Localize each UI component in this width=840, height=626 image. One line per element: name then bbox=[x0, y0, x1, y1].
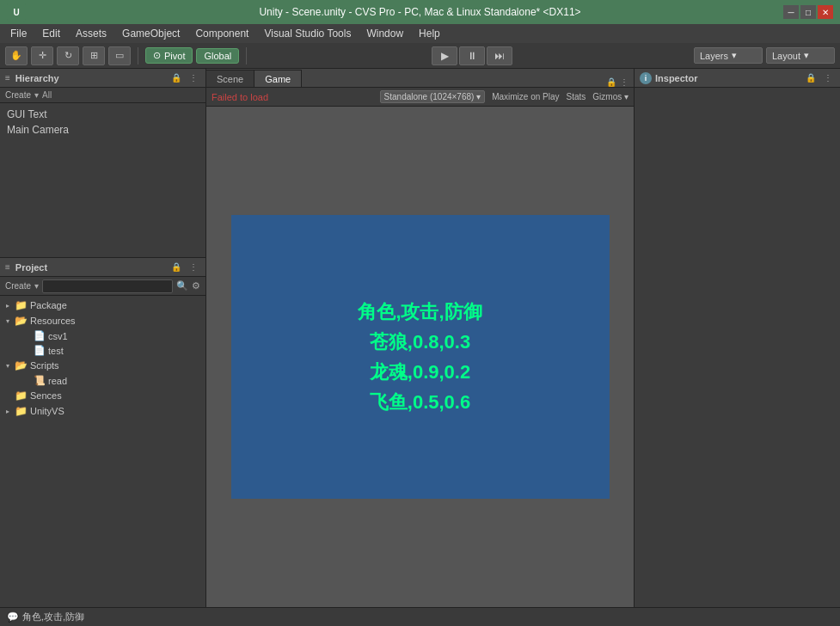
hierarchy-item-guitext[interactable]: GUI Text bbox=[3, 107, 202, 122]
tree-item-unityvs[interactable]: ▸ 📁 UnityVS bbox=[0, 403, 205, 419]
tree-item-csv1[interactable]: 📄 csv1 bbox=[0, 328, 205, 343]
minimize-button[interactable]: ─ bbox=[783, 5, 799, 19]
rotate-tool-button[interactable]: ↻ bbox=[57, 46, 79, 65]
tree-item-read[interactable]: 📜 read bbox=[0, 373, 205, 388]
view-tab-controls: 🔒 ⋮ bbox=[601, 77, 634, 87]
toolbar: ✋ ✛ ↻ ⊞ ▭ ⊙ Pivot Global ▶ ⏸ ⏭ Layers ▾ … bbox=[0, 43, 840, 69]
main-area: ≡ Hierarchy 🔒 ⋮ Create ▾ All GUI Text Ma… bbox=[0, 69, 840, 607]
test-label: test bbox=[48, 346, 64, 356]
game-line4: 飞鱼,0.5,0.6 bbox=[358, 387, 481, 417]
rect-tool-button[interactable]: ▭ bbox=[108, 46, 131, 65]
global-button[interactable]: Global bbox=[196, 48, 239, 64]
project-create-button[interactable]: Create bbox=[5, 281, 31, 291]
project-title: Project bbox=[15, 262, 47, 273]
hierarchy-item-maincamera[interactable]: Main Camera bbox=[3, 122, 202, 138]
project-tree: ▸ 📁 Package ▾ 📂 Resources 📄 csv1 bbox=[0, 296, 205, 607]
hierarchy-lock-icon[interactable]: 🔒 bbox=[169, 71, 183, 85]
play-controls: ▶ ⏸ ⏭ bbox=[432, 46, 512, 65]
game-toolbar: Failed to load Standalone (1024×768) ▾ M… bbox=[206, 88, 634, 107]
tab-game[interactable]: Game bbox=[254, 70, 302, 87]
inspector-icon: i bbox=[640, 72, 652, 84]
toolbar-separator-2 bbox=[246, 47, 247, 64]
menu-window[interactable]: Window bbox=[359, 26, 410, 41]
scale-tool-button[interactable]: ⊞ bbox=[83, 46, 105, 65]
inspector-controls: 🔒 ⋮ bbox=[804, 71, 835, 85]
status-bar: 💬 角色,攻击,防御 bbox=[0, 607, 840, 626]
project-more-icon[interactable]: ⋮ bbox=[187, 261, 200, 274]
pivot-icon: ⊙ bbox=[153, 50, 161, 61]
scripts-label: Scripts bbox=[30, 360, 59, 371]
hand-tool-button[interactable]: ✋ bbox=[5, 46, 28, 65]
hierarchy-all-label: All bbox=[42, 90, 52, 100]
layers-dropdown[interactable]: Layers ▾ bbox=[694, 47, 763, 64]
project-lock-icon[interactable]: 🔒 bbox=[169, 261, 183, 274]
menu-edit[interactable]: Edit bbox=[35, 26, 67, 41]
tree-item-test[interactable]: 📄 test bbox=[0, 343, 205, 358]
move-tool-button[interactable]: ✛ bbox=[31, 46, 53, 65]
menu-bar: File Edit Assets GameObject Component Vi… bbox=[0, 24, 840, 43]
hierarchy-panel: ≡ Hierarchy 🔒 ⋮ Create ▾ All GUI Text Ma… bbox=[0, 69, 206, 258]
inspector-panel: i Inspector 🔒 ⋮ bbox=[634, 69, 840, 607]
step-button[interactable]: ⏭ bbox=[487, 46, 512, 65]
csv1-label: csv1 bbox=[48, 331, 68, 341]
sences-label: Sences bbox=[30, 390, 62, 401]
standalone-arrow: ▾ bbox=[476, 92, 481, 101]
maximize-button[interactable]: □ bbox=[800, 5, 816, 19]
game-line1: 角色,攻击,防御 bbox=[358, 297, 481, 327]
status-icon: 💬 bbox=[7, 611, 19, 623]
tab-scene[interactable]: Scene bbox=[206, 70, 254, 87]
scripts-folder-icon: 📂 bbox=[15, 359, 28, 371]
hierarchy-toolbar: Create ▾ All bbox=[0, 88, 205, 103]
project-header: ≡ Project 🔒 ⋮ bbox=[0, 258, 205, 277]
game-display-text: 角色,攻击,防御 苍狼,0.8,0.3 龙魂,0.9,0.2 飞鱼,0.5,0.… bbox=[358, 297, 481, 418]
menu-gameobject[interactable]: GameObject bbox=[115, 26, 187, 41]
maximize-on-play-btn[interactable]: Maximize on Play bbox=[492, 92, 559, 101]
project-filter-icon[interactable]: ⚙ bbox=[192, 280, 200, 292]
menu-help[interactable]: Help bbox=[412, 26, 447, 41]
status-text: 角色,攻击,防御 bbox=[22, 611, 84, 623]
game-canvas: 角色,攻击,防御 苍狼,0.8,0.3 龙魂,0.9,0.2 飞鱼,0.5,0.… bbox=[231, 215, 610, 499]
inspector-more-icon[interactable]: ⋮ bbox=[821, 71, 835, 85]
tab-more-icon[interactable]: ⋮ bbox=[620, 77, 628, 87]
menu-component[interactable]: Component bbox=[188, 26, 255, 41]
standalone-dropdown[interactable]: Standalone (1024×768) ▾ bbox=[380, 90, 486, 103]
hierarchy-create-button[interactable]: Create bbox=[5, 90, 31, 100]
inspector-title: Inspector bbox=[655, 73, 698, 83]
gizmos-btn[interactable]: Gizmos ▾ bbox=[592, 92, 628, 101]
pivot-button[interactable]: ⊙ Pivot bbox=[145, 47, 193, 64]
tree-item-package[interactable]: ▸ 📁 Package bbox=[0, 298, 205, 313]
tree-item-resources[interactable]: ▾ 📂 Resources bbox=[0, 313, 205, 328]
sences-folder-icon: 📁 bbox=[15, 390, 28, 402]
package-arrow: ▸ bbox=[3, 302, 12, 310]
unityvs-arrow: ▸ bbox=[3, 408, 12, 415]
close-button[interactable]: ✕ bbox=[818, 5, 833, 19]
project-search-input[interactable] bbox=[42, 279, 173, 293]
game-line2: 苍狼,0.8,0.3 bbox=[358, 327, 481, 357]
layout-dropdown[interactable]: Layout ▾ bbox=[766, 47, 835, 64]
menu-file[interactable]: File bbox=[3, 26, 34, 41]
stats-btn[interactable]: Stats bbox=[567, 92, 586, 101]
center-panel: Scene Game 🔒 ⋮ Failed to load Standalone… bbox=[206, 69, 634, 607]
hierarchy-more-icon[interactable]: ⋮ bbox=[187, 71, 200, 85]
inspector-lock-icon[interactable]: 🔒 bbox=[804, 71, 818, 85]
tree-item-sences[interactable]: 📁 Sences bbox=[0, 388, 205, 403]
play-button[interactable]: ▶ bbox=[432, 46, 457, 65]
layers-label: Layers bbox=[700, 51, 728, 61]
view-tabs: Scene Game 🔒 ⋮ bbox=[206, 69, 634, 88]
menu-assets[interactable]: Assets bbox=[69, 26, 113, 41]
layers-arrow-icon: ▾ bbox=[732, 50, 737, 61]
menu-visualstudio[interactable]: Visual Studio Tools bbox=[257, 26, 358, 41]
tab-lock-icon[interactable]: 🔒 bbox=[606, 77, 616, 87]
standalone-label: Standalone (1024×768) bbox=[384, 92, 475, 101]
layout-arrow-icon: ▾ bbox=[804, 50, 809, 61]
tree-item-scripts[interactable]: ▾ 📂 Scripts bbox=[0, 358, 205, 373]
pause-button[interactable]: ⏸ bbox=[459, 46, 485, 65]
window-title: Unity - Scene.unity - CVS Pro - PC, Mac … bbox=[259, 6, 580, 18]
hierarchy-menu-icon: ≡ bbox=[5, 73, 10, 83]
read-cs-icon: 📜 bbox=[34, 375, 46, 386]
read-label: read bbox=[48, 376, 67, 386]
pivot-label: Pivot bbox=[164, 51, 185, 61]
package-label: Package bbox=[30, 300, 67, 310]
unityvs-folder-icon: 📁 bbox=[15, 405, 28, 417]
resources-arrow: ▾ bbox=[3, 317, 12, 325]
